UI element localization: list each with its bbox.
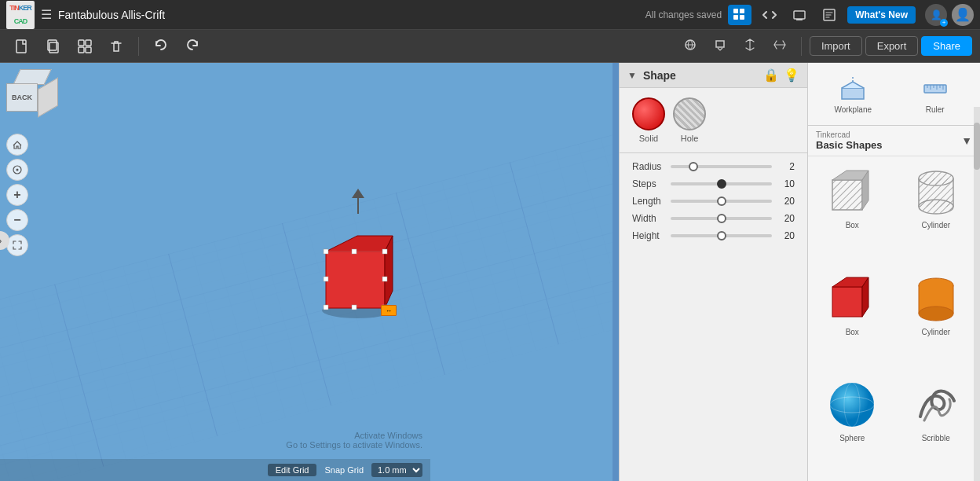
width-row: Width 20 [632, 213, 795, 224]
scribble-item[interactable]: Scribble [895, 373, 978, 478]
shape-panel: › ▼ Shape 🔒 💡 Solid Hole Radius [619, 63, 807, 481]
sphere-thumbnail [825, 377, 879, 432]
redo-button[interactable] [178, 35, 207, 58]
sphere-item[interactable]: Sphere [811, 373, 894, 478]
bottom-bar: Edit Grid Snap Grid 1.0 mm 0.5 mm 2.0 mm [0, 459, 430, 481]
length-row: Length 20 [632, 196, 795, 207]
view-controls: + − [6, 134, 28, 256]
grid-background [0, 63, 612, 481]
cylinder-hole-item[interactable]: Cylinder [895, 160, 978, 265]
radius-value: 2 [778, 161, 795, 172]
orbit-icon [12, 164, 23, 175]
box-hole-thumbnail [825, 164, 879, 219]
script-view-button[interactable] [817, 5, 841, 25]
plus-icon: + [13, 188, 20, 202]
hole-option[interactable]: Hole [673, 97, 706, 143]
box-solid-label: Box [846, 328, 859, 336]
workplane-button[interactable]: Workplane [814, 69, 892, 119]
library-dropdown-button[interactable]: ▼ [961, 134, 972, 147]
canvas-area[interactable]: BACK + − [0, 63, 619, 481]
whats-new-button[interactable]: What's New [847, 6, 916, 24]
cylinder-hole-thumbnail [909, 164, 964, 219]
svg-point-19 [16, 169, 19, 171]
object-area: ↔ [314, 220, 408, 325]
mirror-button[interactable] [737, 34, 763, 59]
cylinder-solid-label: Cylinder [921, 328, 950, 336]
box-solid-item[interactable]: Box [811, 266, 894, 372]
info-icon[interactable]: 💡 [784, 68, 799, 83]
height-slider[interactable] [671, 234, 772, 237]
svg-rect-25 [324, 249, 328, 254]
library-header: Tinkercad Basic Shapes ▼ [808, 126, 980, 156]
svg-rect-11 [86, 40, 91, 46]
edit-grid-button[interactable]: Edit Grid [268, 464, 317, 476]
width-label: Width [632, 213, 671, 224]
ruler-label: Ruler [926, 105, 945, 114]
import-button[interactable]: Import [810, 36, 862, 56]
annotation-button[interactable] [707, 34, 733, 59]
export-button[interactable]: Export [865, 36, 919, 56]
tinkercad-logo[interactable]: TIN KER CAD [6, 1, 35, 29]
steps-value: 10 [778, 178, 795, 189]
height-row: Height 20 [632, 230, 795, 241]
radius-slider[interactable] [671, 165, 772, 168]
shape-title: Shape [643, 69, 757, 82]
delete-button[interactable] [102, 35, 130, 58]
solid-label: Solid [639, 134, 658, 143]
box-hole-item[interactable]: Box [811, 160, 894, 265]
resize-handle[interactable]: ↔ [381, 305, 397, 316]
duplicate-button[interactable] [39, 35, 68, 58]
shape-collapse-button[interactable]: ▼ [627, 70, 637, 81]
user-avatar[interactable]: 👤 [952, 4, 974, 26]
undo-button[interactable] [147, 35, 175, 58]
length-value: 20 [778, 196, 795, 207]
snap-select[interactable]: 1.0 mm 0.5 mm 2.0 mm [371, 463, 422, 477]
code-view-button[interactable] [758, 5, 781, 25]
scribble-label: Scribble [922, 434, 950, 442]
move-arrow-up [352, 189, 364, 214]
svg-rect-43 [832, 180, 862, 210]
svg-rect-5 [796, 19, 803, 20]
length-slider[interactable] [671, 200, 772, 203]
grid-view-button[interactable] [728, 5, 751, 25]
svg-rect-30 [324, 277, 328, 281]
shape-type-row: Solid Hole [620, 88, 807, 153]
library-source: Tinkercad [816, 130, 883, 139]
scribble-thumbnail [909, 377, 964, 432]
workplane-label: Workplane [834, 105, 872, 114]
new-design-button[interactable] [8, 35, 36, 58]
orbit-button[interactable] [6, 159, 28, 181]
annotation-icon [713, 38, 727, 52]
width-slider[interactable] [671, 217, 772, 220]
home-view-button[interactable] [6, 134, 28, 156]
nav-cube[interactable]: BACK [6, 69, 58, 121]
cylinder-solid-item[interactable]: Cylinder [895, 266, 978, 372]
svg-rect-2 [733, 15, 738, 20]
box-hole-label: Box [846, 221, 859, 229]
ruler-button[interactable]: Ruler [897, 69, 975, 119]
grid-icon [733, 8, 747, 22]
zoom-in-button[interactable]: + [6, 184, 28, 206]
flip-icon [773, 38, 787, 52]
steps-slider[interactable] [671, 182, 772, 185]
sim-icon [792, 8, 806, 22]
view-toggle-button[interactable] [677, 34, 704, 59]
snap-label: Snap Grid [324, 465, 364, 475]
fit-view-button[interactable] [6, 234, 28, 256]
sim-view-button[interactable] [788, 5, 811, 25]
zoom-out-button[interactable]: − [6, 209, 28, 231]
lock-icon[interactable]: 🔒 [763, 68, 779, 83]
group-button[interactable] [71, 35, 99, 58]
solid-option[interactable]: Solid [632, 97, 665, 143]
add-user-button[interactable]: 👤 + [925, 4, 947, 26]
save-status: All changes saved [645, 9, 722, 20]
redo-icon [185, 39, 200, 54]
svg-rect-4 [794, 11, 805, 19]
svg-rect-3 [740, 15, 744, 20]
svg-rect-1 [740, 9, 744, 13]
right-top-row: Workplane Ruler [808, 63, 980, 126]
share-button[interactable]: Share [921, 36, 972, 56]
main-area: BACK + − [0, 63, 980, 481]
scrollbar-thumb[interactable] [974, 123, 980, 170]
flip-button[interactable] [766, 34, 793, 59]
